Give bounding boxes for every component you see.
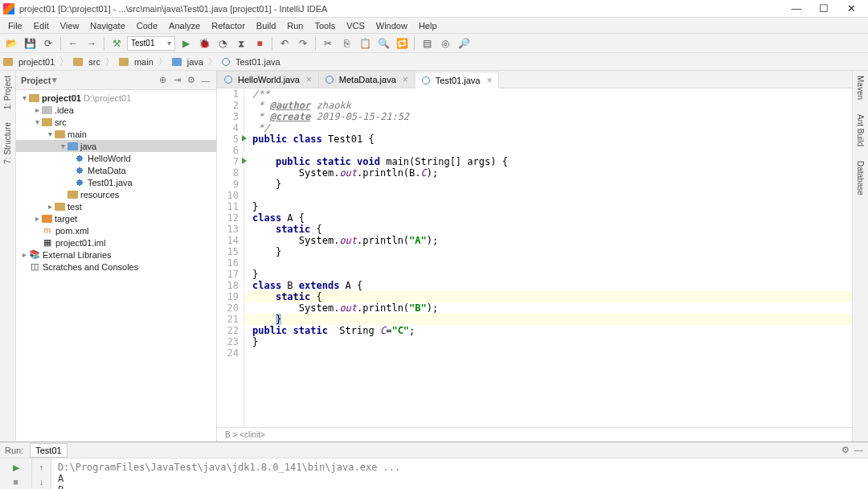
collapse-icon[interactable]: ⇥ bbox=[171, 75, 182, 86]
tab-helloworld[interactable]: HelloWorld.java× bbox=[217, 71, 319, 88]
sync-icon[interactable]: ⟳ bbox=[40, 35, 56, 51]
menu-bar: File Edit View Navigate Code Analyze Ref… bbox=[0, 18, 868, 34]
editor-breadcrumb[interactable]: B > <clinit> bbox=[217, 427, 852, 442]
tree-node-test01[interactable]: Test01.java bbox=[16, 176, 216, 188]
menu-navigate[interactable]: Navigate bbox=[85, 20, 129, 31]
tree-node-pom[interactable]: mpom.xml bbox=[16, 224, 216, 236]
menu-file[interactable]: File bbox=[3, 20, 27, 31]
tree-node-helloworld[interactable]: HelloWorld bbox=[16, 152, 216, 164]
save-icon[interactable]: 💾 bbox=[22, 35, 38, 51]
run-side-toolbar: ▶ ■ ⊞ 📌 bbox=[0, 458, 32, 489]
up-icon[interactable]: ↑ bbox=[35, 461, 48, 474]
ant-tool-button[interactable]: Ant Build bbox=[856, 109, 865, 151]
debug-icon[interactable]: 🐞 bbox=[196, 35, 212, 51]
nav-src[interactable]: src bbox=[88, 57, 100, 67]
coverage-icon[interactable]: ◔ bbox=[215, 35, 231, 51]
console-side-toolbar: ↑ ↓ ⏎ 🖨 ✖ bbox=[32, 458, 51, 489]
nav-main[interactable]: main bbox=[134, 57, 154, 67]
menu-code[interactable]: Code bbox=[132, 20, 162, 31]
hide-icon[interactable]: — bbox=[854, 445, 863, 455]
hide-icon[interactable]: — bbox=[200, 75, 211, 86]
gear-icon[interactable]: ⚙ bbox=[186, 75, 197, 86]
locate-icon[interactable]: ⊕ bbox=[157, 75, 168, 86]
editor-tabs: HelloWorld.java× MetaData.java× Test01.j… bbox=[217, 71, 852, 88]
menu-run[interactable]: Run bbox=[282, 20, 308, 31]
search-everywhere-icon[interactable]: 🔎 bbox=[456, 35, 472, 51]
find-icon[interactable]: 🔍 bbox=[375, 35, 391, 51]
minimize-button[interactable]: — bbox=[783, 0, 810, 18]
tree-node-metadata[interactable]: MetaData bbox=[16, 164, 216, 176]
gear-icon[interactable]: ⚙ bbox=[841, 445, 850, 455]
console-output[interactable]: D:\ProgramFiles\JavaTest\java\jdk1.8.0_1… bbox=[51, 458, 868, 489]
forward-icon[interactable]: → bbox=[84, 35, 100, 51]
maximize-button[interactable]: ☐ bbox=[810, 0, 837, 18]
paste-icon[interactable]: 📋 bbox=[357, 35, 373, 51]
run-tab[interactable]: Test01 bbox=[30, 443, 67, 458]
run-config-combo[interactable]: Test01▾ bbox=[127, 36, 175, 51]
stop-icon[interactable]: ■ bbox=[10, 475, 23, 488]
tab-metadata[interactable]: MetaData.java× bbox=[318, 71, 416, 88]
right-tool-gutter: Maven Ant Build Database bbox=[852, 71, 868, 442]
project-panel: Project ▾ ⊕ ⇥ ⚙ — ▾project01 D:\project0… bbox=[16, 71, 217, 442]
back-icon[interactable]: ← bbox=[65, 35, 81, 51]
menu-analyze[interactable]: Analyze bbox=[164, 20, 205, 31]
window-title: project01 [D:\project01] - ...\src\main\… bbox=[19, 4, 783, 14]
nav-java[interactable]: java bbox=[187, 57, 203, 67]
maven-tool-button[interactable]: Maven bbox=[856, 71, 865, 105]
menu-refactor[interactable]: Refactor bbox=[207, 20, 250, 31]
line-gutter[interactable]: 1234 5 6 7 891011 12131415 16171819 2021… bbox=[217, 88, 244, 427]
stop-icon[interactable]: ■ bbox=[252, 35, 268, 51]
database-tool-button[interactable]: Database bbox=[856, 156, 865, 200]
window-titlebar: project01 [D:\project01] - ...\src\main\… bbox=[0, 0, 868, 18]
redo-icon[interactable]: ↷ bbox=[295, 35, 311, 51]
menu-view[interactable]: View bbox=[55, 20, 84, 31]
copy-icon[interactable]: ⎘ bbox=[338, 35, 354, 51]
project-tool-button[interactable]: 1: Project bbox=[3, 71, 12, 114]
open-icon[interactable]: 📂 bbox=[3, 35, 19, 51]
tree-node-iml[interactable]: ▦project01.iml bbox=[16, 236, 216, 249]
navigation-bar: project01〉 src〉 main〉 java〉 Test01.java bbox=[0, 53, 868, 71]
run-label: Run: bbox=[5, 446, 23, 455]
editor-area: HelloWorld.java× MetaData.java× Test01.j… bbox=[217, 71, 852, 442]
build-icon[interactable]: ⚒ bbox=[108, 35, 125, 51]
menu-edit[interactable]: Edit bbox=[29, 20, 54, 31]
profile-icon[interactable]: ⧗ bbox=[233, 35, 249, 51]
menu-window[interactable]: Window bbox=[371, 20, 412, 31]
structure-icon[interactable]: ▤ bbox=[419, 35, 435, 51]
close-icon[interactable]: × bbox=[486, 75, 492, 86]
left-tool-gutter: 1: Project 7: Structure bbox=[0, 71, 16, 442]
close-icon[interactable]: × bbox=[403, 74, 408, 85]
menu-help[interactable]: Help bbox=[414, 20, 442, 31]
nav-project[interactable]: project01 bbox=[18, 57, 55, 67]
menu-build[interactable]: Build bbox=[252, 20, 280, 31]
tree-node-java[interactable]: ▾java bbox=[16, 140, 216, 152]
code-editor[interactable]: 1234 5 6 7 891011 12131415 16171819 2021… bbox=[217, 88, 852, 427]
close-icon[interactable]: × bbox=[306, 74, 312, 85]
tab-test01[interactable]: Test01.java× bbox=[415, 72, 500, 88]
menu-vcs[interactable]: VCS bbox=[342, 20, 370, 31]
undo-icon[interactable]: ↶ bbox=[276, 35, 293, 51]
nav-file[interactable]: Test01.java bbox=[235, 57, 280, 67]
menu-tools[interactable]: Tools bbox=[309, 20, 340, 31]
select-opened-icon[interactable]: ◎ bbox=[437, 35, 453, 51]
replace-icon[interactable]: 🔁 bbox=[394, 35, 410, 51]
run-tool-window: Run: Test01 ⚙ — ▶ ■ ⊞ 📌 ↑ ↓ ⏎ 🖨 ✖ D:\Pro… bbox=[0, 442, 868, 489]
intellij-icon bbox=[3, 3, 14, 14]
project-tree[interactable]: ▾project01 D:\project01 ▸.idea ▾src ▾mai… bbox=[16, 90, 216, 442]
down-icon[interactable]: ↓ bbox=[35, 475, 48, 488]
close-button[interactable]: ✕ bbox=[837, 0, 865, 18]
run-icon[interactable]: ▶ bbox=[178, 35, 194, 51]
main-toolbar: 📂 💾 ⟳ ← → ⚒ Test01▾ ▶ 🐞 ◔ ⧗ ■ ↶ ↷ ✂ ⎘ 📋 … bbox=[0, 34, 868, 53]
structure-tool-button[interactable]: 7: Structure bbox=[3, 117, 12, 169]
cut-icon[interactable]: ✂ bbox=[320, 35, 336, 51]
rerun-icon[interactable]: ▶ bbox=[10, 461, 23, 474]
project-panel-title[interactable]: Project ▾ bbox=[21, 75, 154, 85]
